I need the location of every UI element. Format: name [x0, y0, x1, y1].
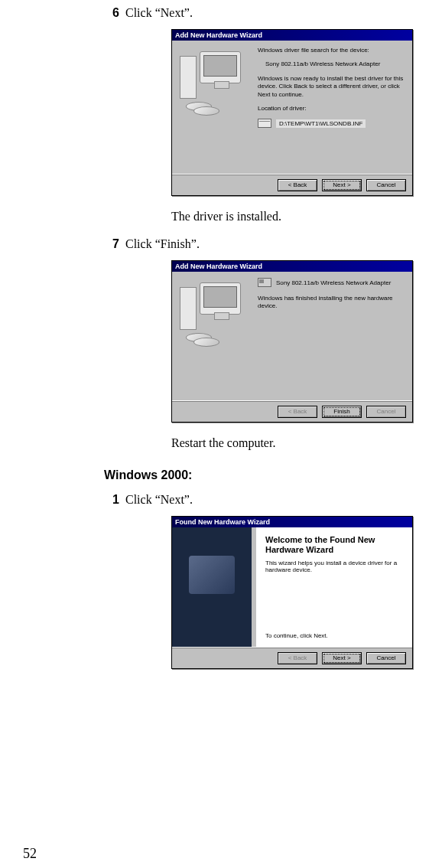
hardware-illustration-icon [178, 282, 247, 351]
device-name: Sony 802.11a/b Wireless Network Adapter [258, 60, 406, 68]
dialog-button-row: < Back Finish Cancel [172, 400, 412, 422]
dialog-body: Sony 802.11a/b Wireless Network Adapter … [172, 272, 412, 400]
ready-line: Windows is now ready to install the best… [258, 75, 406, 99]
finished-line: Windows has finished installing the new … [258, 295, 406, 311]
cancel-button[interactable]: Cancel [366, 179, 406, 191]
side-panel-graphic [172, 527, 252, 647]
driver-path-row: D:\TEMP\WT1\WLSONDB.INF [258, 119, 406, 128]
welcome-title: Welcome to the Found New Hardware Wizard [265, 535, 403, 555]
hardware-graphic-icon [189, 556, 235, 594]
dialog-2-wrap: Add New Hardware Wizard Sony 802.11a/b W… [171, 260, 442, 423]
windows-2000-heading: Windows 2000: [104, 468, 442, 482]
step-number: 6 [104, 6, 119, 20]
step-text: Click “Finish”. [125, 237, 200, 251]
next-button[interactable]: Next > [322, 179, 362, 191]
dialog-content: Windows driver file search for the devic… [255, 47, 406, 168]
step-text: Click “Next”. [125, 493, 193, 507]
page-number: 52 [23, 846, 37, 862]
next-button[interactable]: Next > [322, 652, 362, 664]
titlebar: Add New Hardware Wizard [172, 30, 412, 41]
step-1-win2000: 1 Click “Next”. [0, 493, 442, 507]
dialog-illustration [178, 47, 255, 168]
step-text: Click “Next”. [125, 6, 193, 20]
device-row: Sony 802.11a/b Wireless Network Adapter [258, 278, 406, 287]
titlebar: Found New Hardware Wizard [172, 517, 412, 527]
dialog-content: Sony 802.11a/b Wireless Network Adapter … [255, 278, 406, 394]
dialog-button-row: < Back Next > Cancel [172, 174, 412, 195]
step-6: 6 Click “Next”. [0, 6, 442, 20]
cancel-button[interactable]: Cancel [366, 652, 406, 664]
result-text-2: Restart the computer. [171, 436, 442, 450]
add-hardware-wizard-finish-dialog: Add New Hardware Wizard Sony 802.11a/b W… [171, 260, 413, 423]
back-button: < Back [278, 406, 317, 418]
back-button: < Back [278, 652, 317, 664]
step-number: 7 [104, 237, 119, 251]
dialog-side-panel [172, 527, 252, 647]
location-label: Location of driver: [258, 105, 406, 113]
dialog-1-wrap: Add New Hardware Wizard Windows driver f… [171, 29, 442, 196]
search-line: Windows driver file search for the devic… [258, 47, 406, 54]
hdd-icon [258, 119, 271, 128]
hardware-illustration-icon [178, 51, 247, 120]
back-button[interactable]: < Back [278, 179, 317, 191]
step-7: 7 Click “Finish”. [0, 237, 442, 251]
dialog-body: Windows driver file search for the devic… [172, 41, 412, 174]
device-name: Sony 802.11a/b Wireless Network Adapter [276, 279, 391, 286]
add-hardware-wizard-dialog: Add New Hardware Wizard Windows driver f… [171, 29, 413, 196]
dialog-button-row: < Back Next > Cancel [172, 647, 412, 668]
dialog-illustration [178, 278, 255, 394]
titlebar: Add New Hardware Wizard [172, 261, 412, 272]
network-card-icon [258, 278, 271, 287]
step-number: 1 [104, 493, 119, 507]
dialog-content: Welcome to the Found New Hardware Wizard… [256, 527, 412, 647]
dialog-3-wrap: Found New Hardware Wizard Welcome to the… [171, 516, 442, 669]
driver-path: D:\TEMP\WT1\WLSONDB.INF [276, 119, 366, 128]
result-text-1: The driver is installed. [171, 210, 442, 224]
wizard-description: This wizard helps you install a device d… [265, 560, 403, 573]
cancel-button: Cancel [366, 406, 406, 418]
found-new-hardware-wizard-dialog: Found New Hardware Wizard Welcome to the… [171, 516, 413, 669]
continue-line: To continue, click Next. [265, 632, 403, 639]
finish-button[interactable]: Finish [322, 406, 362, 418]
dialog-body: Welcome to the Found New Hardware Wizard… [172, 527, 412, 647]
